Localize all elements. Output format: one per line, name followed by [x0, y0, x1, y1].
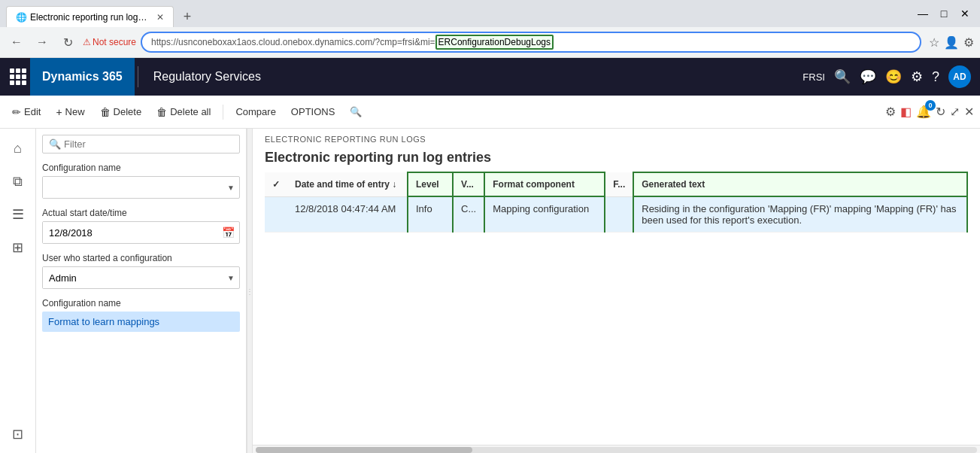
- search-icon[interactable]: 🔍: [834, 68, 851, 85]
- row-format: Mapping configuration: [484, 196, 605, 233]
- filter-input[interactable]: [64, 138, 233, 150]
- tab-title: Electronic reporting run logs -- R: [30, 12, 150, 23]
- toolbar-search-button[interactable]: 🔍: [344, 102, 368, 122]
- browser-addr-icons: ☆ 👤 ⚙: [929, 35, 974, 50]
- reload-button[interactable]: ↻: [57, 32, 78, 53]
- calendar-button[interactable]: 📅: [217, 226, 239, 239]
- forward-button[interactable]: →: [32, 32, 53, 53]
- actual-start-label: Actual start date/time: [42, 208, 240, 218]
- generated-header-label: Generated text: [642, 179, 705, 190]
- sidebar-config-name-section: Configuration name ▼: [42, 163, 240, 199]
- version-header-label: V...: [461, 179, 474, 190]
- filter-input-wrap: 🔍: [42, 135, 240, 154]
- delete-button[interactable]: 🗑 Delete: [94, 102, 148, 123]
- brand-module-label: Regulatory Services: [153, 70, 261, 84]
- user-label: FRSI: [803, 71, 825, 83]
- address-bar[interactable]: https://usnconeboxax1aos.cloud.onebox.dy…: [141, 32, 921, 53]
- edit-button[interactable]: ✏ Edit: [6, 102, 47, 123]
- config-item[interactable]: Format to learn mappings: [42, 312, 240, 332]
- data-table: ✓ Date and time of entry ↓ Level V... Fo: [265, 172, 968, 233]
- browser-addressbar: ← → ↻ ⚠ Not secure https://usnconeboxax1…: [0, 27, 980, 57]
- sidebar-resizer[interactable]: ⋮: [247, 129, 253, 453]
- user-select[interactable]: Admin: [43, 267, 223, 288]
- table-wrap: ✓ Date and time of entry ↓ Level V... Fo: [253, 172, 980, 445]
- browser-chrome: 🌐 Electronic reporting run logs -- R ✕ +…: [0, 0, 980, 58]
- col-level-header[interactable]: Level: [408, 172, 453, 196]
- expand-icon[interactable]: ⤢: [950, 105, 960, 119]
- new-button[interactable]: + New: [50, 102, 90, 123]
- configuration-name-dropdown-btn[interactable]: ▼: [223, 184, 239, 192]
- table-body: 12/8/2018 04:47:44 AM Info C... Mapping …: [265, 196, 967, 233]
- tab-close-button[interactable]: ✕: [156, 12, 164, 23]
- row-generated: Residing in the configuration 'Mapping (…: [633, 196, 967, 233]
- back-button[interactable]: ←: [6, 32, 27, 53]
- row-version: C...: [453, 196, 484, 233]
- security-warning: ⚠ Not secure: [83, 37, 136, 47]
- options-label: OPTIONS: [291, 106, 335, 117]
- filter-search-icon: 🔍: [49, 138, 61, 150]
- chat-icon[interactable]: 💬: [860, 68, 876, 85]
- row-datetime: 12/8/2018 04:47:44 AM: [287, 196, 408, 233]
- extension-icon[interactable]: ⚙: [963, 35, 974, 50]
- maximize-button[interactable]: □: [935, 5, 953, 23]
- brand-separator: [138, 66, 138, 87]
- app-brand: Dynamics 365 Regulatory Services: [30, 58, 273, 96]
- home-icon[interactable]: ⌂: [5, 135, 32, 162]
- browser-tab-active[interactable]: 🌐 Electronic reporting run logs -- R ✕: [6, 6, 174, 27]
- user-select-arrow: ▼: [223, 274, 239, 282]
- user-started-label: User who started a configuration: [42, 253, 240, 263]
- main-layout: ⌂ ⧉ ☰ ⊞ ⊡ 🔍 Configuration name ▼ Actual …: [0, 129, 980, 453]
- delete-all-label: Delete all: [170, 106, 211, 117]
- trash-icon: 🗑: [100, 106, 111, 118]
- bookmark-icon[interactable]: ☆: [929, 35, 939, 50]
- account-icon[interactable]: 👤: [944, 35, 959, 50]
- minimize-button[interactable]: —: [914, 5, 932, 23]
- office-icon[interactable]: ◧: [900, 105, 912, 119]
- col-generated-header[interactable]: Generated text: [633, 172, 967, 196]
- new-label: New: [65, 106, 85, 117]
- trash-all-icon: 🗑: [156, 106, 167, 118]
- help-icon[interactable]: ?: [932, 69, 939, 85]
- col-version-header[interactable]: V...: [453, 172, 484, 196]
- scrollbar-thumb: [256, 447, 472, 453]
- close-button[interactable]: ✕: [956, 5, 974, 23]
- waffle-icon[interactable]: [6, 65, 30, 89]
- table-header-row: ✓ Date and time of entry ↓ Level V... Fo: [265, 172, 967, 196]
- edit-icon: ✏: [12, 106, 21, 118]
- date-input-wrap: 📅: [42, 221, 240, 244]
- delete-all-button[interactable]: 🗑 Delete all: [150, 102, 217, 123]
- brand-module: Regulatory Services: [141, 58, 273, 96]
- left-nav: ⌂ ⧉ ☰ ⊞ ⊡: [0, 129, 36, 453]
- settings-cog-icon[interactable]: ⚙: [885, 105, 896, 119]
- settings-icon[interactable]: ⚙: [911, 68, 923, 85]
- smiley-icon[interactable]: 😊: [885, 68, 902, 85]
- options-button[interactable]: OPTIONS: [285, 102, 341, 122]
- user-select-wrap: Admin ▼: [42, 266, 240, 289]
- horizontal-scrollbar[interactable]: [253, 445, 980, 453]
- avatar[interactable]: AD: [948, 65, 971, 88]
- content-title: Electronic reporting run log entries: [253, 147, 980, 172]
- format-header-label: Format component: [493, 179, 575, 190]
- compare-button[interactable]: Compare: [229, 102, 281, 122]
- address-url-highlight: ERConfigurationDebugLogs: [435, 35, 554, 50]
- new-tab-button[interactable]: +: [177, 6, 198, 27]
- toolbar-close-icon[interactable]: ✕: [964, 105, 974, 119]
- date-input[interactable]: [43, 222, 217, 243]
- row-level: Info: [408, 196, 453, 233]
- filter-icon[interactable]: ⧉: [5, 168, 32, 195]
- settings-nav-icon[interactable]: ⊡: [5, 421, 32, 448]
- col-flag-header[interactable]: F...: [605, 172, 633, 196]
- bookmark-nav-icon[interactable]: ⊞: [5, 234, 32, 261]
- refresh-icon[interactable]: ↻: [936, 105, 945, 119]
- configuration-name-input[interactable]: [43, 177, 223, 198]
- content-area: ELECTRONIC REPORTING RUN LOGS Electronic…: [253, 129, 980, 453]
- col-format-header[interactable]: Format component: [484, 172, 605, 196]
- list-icon[interactable]: ☰: [5, 201, 32, 228]
- notification-icon[interactable]: 🔔0: [916, 105, 931, 119]
- col-check-header[interactable]: ✓: [265, 172, 287, 196]
- header-right: FRSI 🔍 💬 😊 ⚙ ? AD: [803, 65, 980, 88]
- table-row[interactable]: 12/8/2018 04:47:44 AM Info C... Mapping …: [265, 196, 967, 233]
- col-datetime-header[interactable]: Date and time of entry ↓: [287, 172, 408, 196]
- address-url-prefix: https://usnconeboxax1aos.cloud.onebox.dy…: [151, 37, 435, 47]
- configuration-name-input-wrap: ▼: [42, 176, 240, 199]
